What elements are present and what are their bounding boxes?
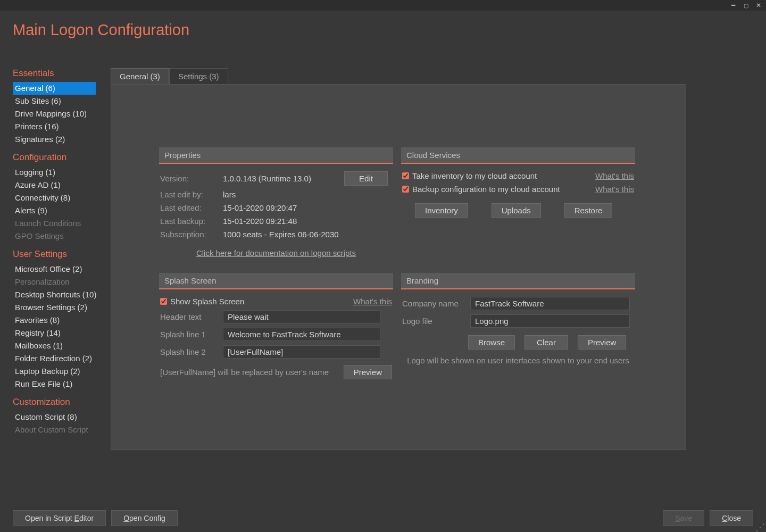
sidebar-item-mailboxes[interactable]: Mailboxes (1)	[13, 339, 103, 352]
logo-file-input[interactable]	[470, 314, 630, 328]
label-headertext: Header text	[160, 312, 219, 321]
sidebar-item-subsites[interactable]: Sub Sites (6)	[13, 95, 103, 107]
label-check-backup: Backup configuration to my cloud account	[412, 185, 560, 194]
label-sub: Subscription:	[160, 230, 223, 239]
sidebar-item-azuread[interactable]: Azure AD (1)	[13, 179, 103, 192]
label-editby: Last edit by:	[160, 190, 223, 199]
value-backup: 15-01-2020 09:21:48	[223, 217, 388, 226]
sidebar-item-printers[interactable]: Printers (16)	[13, 120, 103, 133]
sidebar-item-logging[interactable]: Logging (1)	[13, 166, 103, 179]
label-edited: Last edited:	[160, 203, 223, 212]
label-showsplash: Show Splash Screen	[170, 297, 244, 306]
panel-branding: Branding Company name Logo file Browse C…	[401, 273, 635, 367]
whats-this-link[interactable]: What's this	[595, 171, 634, 180]
value-editby: lars	[223, 190, 388, 199]
preview-splash-button[interactable]: Preview	[344, 365, 392, 379]
label-check-inventory: Take inventory to my cloud account	[412, 171, 537, 180]
sidebar-item-gposettings[interactable]: GPO Settings	[13, 230, 103, 243]
label-version: Version:	[160, 174, 223, 183]
inventory-button[interactable]: Inventory	[415, 203, 468, 218]
panel-header-cloud: Cloud Services	[401, 147, 635, 164]
sidebar-item-shortcuts[interactable]: Desktop Shortcuts (10)	[13, 288, 103, 301]
sidebar-item-customscript[interactable]: Custom Script (8)	[13, 411, 103, 423]
check-backup[interactable]	[402, 186, 409, 193]
label-logofile: Logo file	[402, 317, 466, 326]
sidebar-item-drivemappings[interactable]: Drive Mappings (10)	[13, 107, 103, 120]
title-bar: ━ ▢ ✕	[0, 0, 702, 11]
sidebar-item-aboutscript[interactable]: About Custom Script	[13, 423, 103, 436]
tab-general[interactable]: General (3)	[111, 68, 169, 84]
nav-header-configuration: Configuration	[13, 152, 103, 163]
page-title: Main Logon Configuration	[13, 21, 189, 39]
splash-line2-input[interactable]	[223, 345, 380, 359]
header-text-input[interactable]	[223, 310, 380, 323]
panel-header-splash: Splash Screen	[159, 273, 393, 289]
splash-line1-input[interactable]	[223, 328, 380, 341]
preview-brand-button[interactable]: Preview	[578, 335, 626, 350]
label-backup: Last backup:	[160, 217, 223, 226]
edit-button[interactable]: Edit	[344, 171, 388, 186]
sidebar-item-general[interactable]: General (6)	[13, 82, 96, 95]
doc-link[interactable]: Click here for documentation on logon sc…	[159, 248, 393, 257]
panel-header-branding: Branding	[401, 273, 635, 289]
sidebar-item-laptopbackup[interactable]: Laptop Backup (2)	[13, 365, 103, 378]
check-inventory[interactable]	[402, 172, 409, 179]
clear-button[interactable]: Clear	[524, 335, 568, 350]
splash-hint: [UserFullName] will be replaced by user'…	[160, 368, 339, 377]
panel-header-properties: Properties	[159, 147, 393, 164]
label-splashline1: Splash line 1	[160, 330, 219, 339]
label-splashline2: Splash line 2	[160, 347, 219, 356]
value-version: 1.0.0.143 (Runtime 13.0)	[223, 174, 344, 183]
panel-cloud: Cloud Services Take inventory to my clou…	[401, 147, 635, 218]
sidebar-item-signatures[interactable]: Signatures (2)	[13, 133, 103, 146]
sidebar-item-alerts[interactable]: Alerts (9)	[13, 204, 103, 217]
sidebar-item-launchconditions[interactable]: Launch Conditions	[13, 217, 103, 230]
tab-settings[interactable]: Settings (3)	[169, 68, 228, 84]
sidebar-item-browser[interactable]: Browser Settings (2)	[13, 301, 103, 314]
nav-header-essentials: Essentials	[13, 68, 103, 79]
brand-hint: Logo will be shown on user interfaces sh…	[407, 356, 629, 365]
sidebar-item-personalization[interactable]: Personalization	[13, 276, 103, 288]
whats-this-link[interactable]: What's this	[353, 297, 392, 306]
panel-properties: Properties Version:1.0.0.143 (Runtime 13…	[159, 147, 393, 257]
panel-splash: Splash Screen Show Splash ScreenWhat's t…	[159, 273, 393, 381]
whats-this-link[interactable]: What's this	[595, 185, 634, 194]
nav-header-usersettings: User Settings	[13, 249, 103, 260]
nav-header-customization: Customization	[13, 397, 103, 408]
company-name-input[interactable]	[470, 297, 630, 310]
sidebar-item-runexe[interactable]: Run Exe File (1)	[13, 378, 103, 390]
sidebar-item-registry[interactable]: Registry (14)	[13, 327, 103, 339]
tab-bar: General (3) Settings (3)	[111, 68, 228, 84]
content-pane: Properties Version:1.0.0.143 (Runtime 13…	[111, 84, 686, 450]
value-edited: 15-01-2020 09:20:47	[223, 203, 388, 212]
sidebar-item-connectivity[interactable]: Connectivity (8)	[13, 192, 103, 204]
check-showsplash[interactable]	[160, 298, 167, 305]
sidebar-item-folderredir[interactable]: Folder Redirection (2)	[13, 352, 103, 365]
value-sub: 1000 seats - Expires 06-06-2030	[223, 230, 388, 239]
label-companyname: Company name	[402, 299, 466, 308]
sidebar-item-msoff[interactable]: Microsoft Office (2)	[13, 263, 103, 276]
sidebar: Essentials General (6) Sub Sites (6) Dri…	[13, 68, 103, 443]
browse-button[interactable]: Browse	[468, 335, 515, 350]
sidebar-item-favorites[interactable]: Favorites (8)	[13, 314, 103, 327]
uploads-button[interactable]: Uploads	[492, 203, 541, 218]
restore-button[interactable]: Restore	[564, 203, 613, 218]
